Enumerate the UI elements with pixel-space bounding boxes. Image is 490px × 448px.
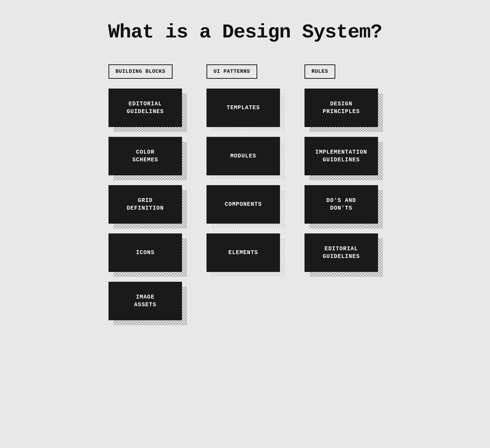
card-wrapper-templates: TEMPLATES	[206, 89, 280, 127]
card-components[interactable]: COMPONENTS	[206, 185, 280, 224]
card-label-editorial-guidelines: EDITORIAL GUIDELINES	[123, 97, 167, 119]
card-wrapper-color-schemes: COLOR SCHEMES	[108, 137, 182, 175]
card-color-schemes[interactable]: COLOR SCHEMES	[108, 137, 182, 175]
column-rules: RULESDESIGN PRINCIPLESIMPLEMENTATION GUI…	[304, 64, 382, 282]
card-wrapper-editorial-guidelines-rules: EDITORIAL GUIDELINES	[304, 233, 378, 272]
card-wrapper-dos-and-donts: DO'S AND DON'TS	[304, 185, 378, 224]
card-label-grid-definition: GRID DEFINITION	[123, 193, 167, 216]
card-modules[interactable]: MODULES	[206, 137, 280, 175]
card-wrapper-design-principles: DESIGN PRINCIPLES	[304, 89, 378, 127]
column-building-blocks: BUILDING BLOCKSEDITORIAL GUIDELINESCOLOR…	[108, 64, 186, 330]
card-dos-and-donts[interactable]: DO'S AND DON'TS	[304, 185, 378, 224]
card-wrapper-image-assets: IMAGE ASSETS	[108, 282, 182, 320]
card-image-assets[interactable]: IMAGE ASSETS	[108, 282, 182, 320]
column-header-ui-patterns: UI PATTERNS	[206, 64, 257, 79]
column-ui-patterns: UI PATTERNSTEMPLATESMODULESCOMPONENTSELE…	[206, 64, 284, 282]
card-label-editorial-guidelines-rules: EDITORIAL GUIDELINES	[319, 241, 363, 264]
card-label-dos-and-donts: DO'S AND DON'TS	[323, 193, 360, 216]
card-elements[interactable]: ELEMENTS	[206, 233, 280, 272]
page-title: What is a Design System?	[108, 21, 382, 43]
card-wrapper-implementation-guidelines: IMPLEMENTATION GUIDELINES	[304, 137, 378, 175]
card-label-modules: MODULES	[227, 149, 260, 163]
card-label-icons: ICONS	[132, 245, 158, 260]
card-wrapper-icons: ICONS	[108, 233, 182, 272]
column-header-rules: RULES	[304, 64, 335, 79]
card-label-components: COMPONENTS	[221, 197, 265, 212]
card-label-elements: ELEMENTS	[225, 245, 262, 260]
card-label-templates: TEMPLATES	[223, 100, 263, 115]
card-wrapper-grid-definition: GRID DEFINITION	[108, 185, 182, 224]
main-grid: BUILDING BLOCKSEDITORIAL GUIDELINESCOLOR…	[52, 64, 438, 330]
card-label-design-principles: DESIGN PRINCIPLES	[319, 97, 363, 119]
card-label-implementation-guidelines: IMPLEMENTATION GUIDELINES	[312, 145, 371, 168]
card-icons[interactable]: ICONS	[108, 233, 182, 272]
card-wrapper-editorial-guidelines: EDITORIAL GUIDELINES	[108, 89, 182, 127]
card-editorial-guidelines-rules[interactable]: EDITORIAL GUIDELINES	[304, 233, 378, 272]
column-header-building-blocks: BUILDING BLOCKS	[108, 64, 173, 79]
card-implementation-guidelines[interactable]: IMPLEMENTATION GUIDELINES	[304, 137, 378, 175]
card-wrapper-elements: ELEMENTS	[206, 233, 280, 272]
card-grid-definition[interactable]: GRID DEFINITION	[108, 185, 182, 224]
card-wrapper-modules: MODULES	[206, 137, 280, 175]
card-wrapper-components: COMPONENTS	[206, 185, 280, 224]
card-label-color-schemes: COLOR SCHEMES	[129, 145, 162, 168]
card-editorial-guidelines[interactable]: EDITORIAL GUIDELINES	[108, 89, 182, 127]
card-label-image-assets: IMAGE ASSETS	[131, 290, 160, 313]
card-templates[interactable]: TEMPLATES	[206, 89, 280, 127]
card-design-principles[interactable]: DESIGN PRINCIPLES	[304, 89, 378, 127]
